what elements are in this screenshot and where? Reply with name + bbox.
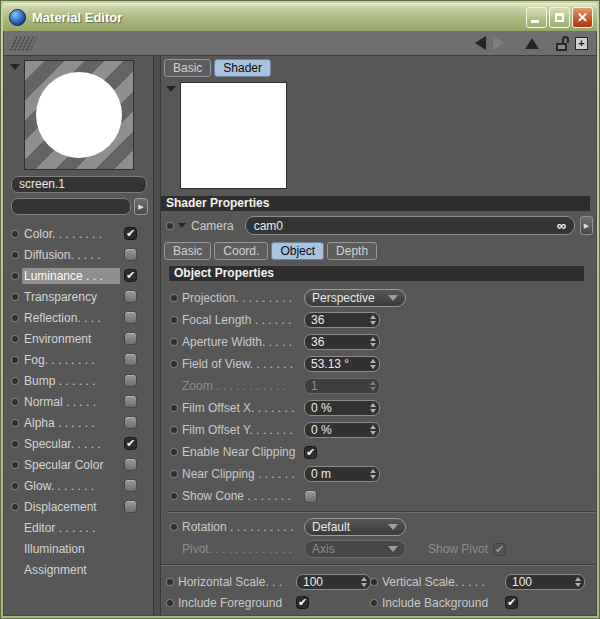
row-bullet <box>371 579 377 585</box>
projection-dropdown[interactable]: Perspective <box>304 289 406 307</box>
rotation-value: Default <box>312 520 350 534</box>
channel-checkbox[interactable]: ✔ <box>124 227 137 240</box>
page-illumination[interactable]: Illumination <box>4 538 153 559</box>
material-preview[interactable] <box>24 60 134 170</box>
stepper-icon[interactable] <box>368 359 376 369</box>
stepper-icon[interactable] <box>368 315 376 325</box>
show-cone-checkbox[interactable] <box>304 490 317 503</box>
camera-link-menu-button[interactable]: ▶ <box>580 216 593 235</box>
aperture-width-field[interactable]: 36 <box>304 334 380 350</box>
page-editor[interactable]: Editor . . . . . . <box>4 517 153 538</box>
scale-section: Horizontal Scale. . . 100 Vertical Scale… <box>161 569 596 613</box>
vertical-scale-field[interactable]: 100 <box>505 574 585 590</box>
camera-link-field[interactable]: cam0 ∞ <box>245 216 575 235</box>
stepper-icon[interactable] <box>359 577 367 587</box>
channel-specular[interactable]: Specular. . . . .✔ <box>4 433 153 454</box>
channel-luminance[interactable]: Luminance . . .✔ <box>4 265 153 286</box>
sidebar: screen.1 ▶ Color. . . . . . . .✔ Diffusi… <box>4 56 153 615</box>
channel-checkbox[interactable] <box>124 353 137 366</box>
channel-label: Transparency <box>22 289 120 305</box>
camera-expand-icon[interactable] <box>178 223 186 228</box>
channel-label: Luminance . . . <box>22 268 120 284</box>
tab-coord[interactable]: Coord. <box>214 242 268 260</box>
tab-object[interactable]: Object <box>271 242 324 260</box>
channel-checkbox[interactable] <box>124 416 137 429</box>
enable-near-clipping-checkbox[interactable]: ✔ <box>304 446 317 459</box>
channel-diffusion[interactable]: Diffusion. . . . . <box>4 244 153 265</box>
drag-grip-icon[interactable] <box>9 36 38 51</box>
row-bullet <box>171 449 177 455</box>
stepper-icon[interactable] <box>368 337 376 347</box>
channel-checkbox[interactable] <box>124 374 137 387</box>
channel-label: Diffusion. . . . . <box>22 247 120 263</box>
projection-value: Perspective <box>312 291 375 305</box>
near-clipping-field[interactable]: 0 m <box>304 466 380 482</box>
row-bullet <box>167 579 173 585</box>
rotation-label: Rotation . . . . . . . . . . <box>182 520 299 534</box>
titlebar[interactable]: Material Editor ✕ <box>3 3 597 31</box>
channel-label: Specular Color <box>22 457 120 473</box>
film-offset-x-row: Film Offset X. . . . . . . 0 % <box>161 397 596 419</box>
field-of-view-label: Field of View. . . . . . . <box>182 357 299 371</box>
channel-label: Glow. . . . . . . <box>22 478 120 494</box>
channel-checkbox[interactable]: ✔ <box>124 437 137 450</box>
channel-checkbox[interactable] <box>124 395 137 408</box>
include-foreground-checkbox[interactable]: ✔ <box>296 596 309 609</box>
pivot-dropdown: Axis <box>304 540 406 558</box>
stepper-icon[interactable] <box>368 403 376 413</box>
film-offset-x-field[interactable]: 0 % <box>304 400 380 416</box>
focal-length-field[interactable]: 36 <box>304 312 380 328</box>
splitter[interactable] <box>153 56 161 615</box>
channel-color[interactable]: Color. . . . . . . .✔ <box>4 223 153 244</box>
tab-depth[interactable]: Depth <box>327 242 377 260</box>
channel-checkbox[interactable] <box>124 290 137 303</box>
horizontal-scale-field[interactable]: 100 <box>296 574 371 590</box>
channel-normal[interactable]: Normal . . . . . <box>4 391 153 412</box>
film-offset-y-field[interactable]: 0 % <box>304 422 380 438</box>
maximize-button[interactable] <box>549 7 570 28</box>
toolbar: + <box>4 31 596 56</box>
shader-preview[interactable] <box>180 82 287 189</box>
channel-specular-color[interactable]: Specular Color <box>4 454 153 475</box>
collapse-preview-icon[interactable] <box>10 64 20 70</box>
channel-displacement[interactable]: Displacement <box>4 496 153 517</box>
close-button[interactable]: ✕ <box>572 7 593 28</box>
texture-field[interactable] <box>11 198 131 215</box>
back-icon[interactable] <box>475 36 486 50</box>
field-of-view-field[interactable]: 53.13 ° <box>304 356 380 372</box>
channel-environment[interactable]: Environment <box>4 328 153 349</box>
channel-alpha[interactable]: Alpha . . . . . . <box>4 412 153 433</box>
channel-transparency[interactable]: Transparency <box>4 286 153 307</box>
material-name-field[interactable]: screen.1 <box>11 176 147 193</box>
include-background-checkbox[interactable]: ✔ <box>505 596 518 609</box>
forward-icon[interactable] <box>493 36 504 50</box>
focal-length-label: Focal Length . . . . . . <box>182 313 299 327</box>
up-icon[interactable] <box>525 38 539 49</box>
channel-bump[interactable]: Bump . . . . . . <box>4 370 153 391</box>
collapse-shader-preview-icon[interactable] <box>166 86 176 92</box>
add-icon[interactable]: + <box>575 37 588 50</box>
channel-glow[interactable]: Glow. . . . . . . <box>4 475 153 496</box>
channel-checkbox[interactable] <box>124 500 137 513</box>
texture-browse-button[interactable]: ▶ <box>134 198 148 215</box>
page-assignment[interactable]: Assignment <box>4 559 153 580</box>
minimize-button[interactable] <box>526 7 547 28</box>
channel-checkbox[interactable] <box>124 458 137 471</box>
tab-shader[interactable]: Shader <box>214 59 271 77</box>
stepper-icon[interactable] <box>368 469 376 479</box>
channel-checkbox[interactable] <box>124 479 137 492</box>
channel-reflection[interactable]: Reflection. . . . <box>4 307 153 328</box>
channel-fog[interactable]: Fog. . . . . . . . <box>4 349 153 370</box>
rotation-dropdown[interactable]: Default <box>304 518 406 536</box>
tab-basic[interactable]: Basic <box>164 59 211 77</box>
material-editor-window: Material Editor ✕ + screen.1 <box>0 0 600 619</box>
channel-checkbox[interactable] <box>124 311 137 324</box>
channel-checkbox[interactable]: ✔ <box>124 269 137 282</box>
stepper-icon[interactable] <box>573 577 581 587</box>
channel-checkbox[interactable] <box>124 332 137 345</box>
stepper-icon[interactable] <box>368 425 376 435</box>
unlock-icon[interactable] <box>556 36 568 51</box>
enable-near-clipping-row: Enable Near Clipping ✔ <box>161 441 596 463</box>
tab-basic2[interactable]: Basic <box>164 242 211 260</box>
channel-checkbox[interactable] <box>124 248 137 261</box>
